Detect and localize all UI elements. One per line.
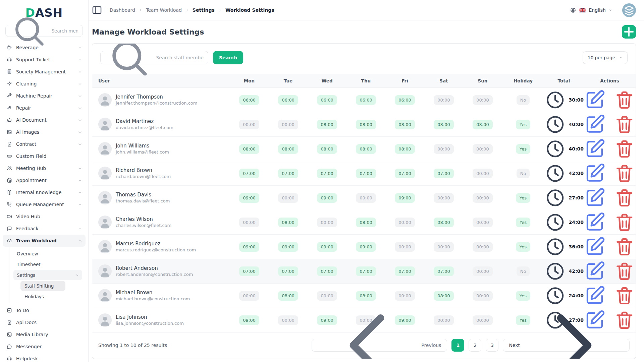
page-button-1[interactable]: 1 <box>451 339 464 352</box>
machine-repair-icon <box>6 93 12 99</box>
language-selector[interactable]: English <box>570 7 613 13</box>
time-pill: 08:00 <box>356 120 376 129</box>
breadcrumb-settings[interactable]: Settings <box>193 7 215 13</box>
breadcrumb-workload-settings[interactable]: Workload Settings <box>225 7 274 13</box>
edit-button[interactable] <box>584 88 606 111</box>
sidebar-item-team-workload[interactable]: Team Workload <box>3 235 86 247</box>
sidebar-item-internal-knowledge[interactable]: Internal Knowledge <box>3 186 86 198</box>
actions-cell <box>584 260 636 283</box>
delete-button[interactable] <box>613 137 636 160</box>
sidebar-item-appointment[interactable]: Appointment <box>3 174 86 186</box>
sidebar-search-input[interactable] <box>51 28 79 34</box>
time-pill: 07:00 <box>395 266 415 276</box>
repair-icon <box>6 105 12 111</box>
next-page-button[interactable]: Next <box>503 339 630 352</box>
holiday-badge: No <box>517 95 530 105</box>
sidebar-subitem-staff-shifting[interactable]: Staff Shifting <box>20 281 65 291</box>
delete-button[interactable] <box>613 113 636 136</box>
sidebar-item-repair[interactable]: Repair <box>3 102 86 114</box>
delete-button[interactable] <box>613 211 636 234</box>
user-cell: Robert Andersonrobert.anderson@construct… <box>92 264 230 278</box>
column-header-tue: Tue <box>269 78 308 83</box>
delete-button[interactable] <box>613 186 636 209</box>
sidebar-item-api-docs[interactable]: Api Docs <box>3 316 86 328</box>
staff-search-input[interactable] <box>156 55 204 60</box>
user-cell: Richard Brownrichard.brown@fleet.com <box>92 167 230 180</box>
add-button[interactable] <box>622 25 636 39</box>
table-row: David Martinezdavid.martinez@fleet.com00… <box>92 112 636 137</box>
day-cell: 00:00 <box>463 169 502 178</box>
time-pill: 09:00 <box>356 242 376 252</box>
edit-button[interactable] <box>584 186 606 209</box>
user-avatar[interactable] <box>622 3 636 17</box>
breadcrumb-team-workload[interactable]: Team Workload <box>146 7 182 13</box>
day-cell: 06:00 <box>346 95 385 105</box>
clock-icon <box>544 260 566 282</box>
edit-button[interactable] <box>584 162 606 185</box>
sidebar-item-machine-repair[interactable]: Machine Repair <box>3 90 86 102</box>
sidebar-toggle-button[interactable] <box>91 4 103 16</box>
time-pill: 08:00 <box>473 120 492 129</box>
meeting-hub-icon <box>6 165 12 171</box>
sidebar-item-society-management[interactable]: Society Management <box>3 66 86 78</box>
per-page-select[interactable]: 10 per page <box>583 51 628 64</box>
sidebar-item-messenger[interactable]: Messenger <box>3 341 86 353</box>
delete-button[interactable] <box>613 88 636 111</box>
time-pill: 06:00 <box>395 95 415 105</box>
edit-button[interactable] <box>584 260 606 283</box>
sidebar-item-queue-management[interactable]: Queue Management <box>3 198 86 210</box>
sidebar-item-to-do[interactable]: To Do <box>3 304 86 316</box>
sidebar-item-meeting-hub[interactable]: Meeting Hub <box>3 162 86 174</box>
edit-button[interactable] <box>584 211 606 234</box>
time-pill: 00:00 <box>473 218 492 227</box>
day-cell: 08:00 <box>424 291 463 301</box>
edit-button[interactable] <box>584 113 606 136</box>
user-cell: Charles Wilsoncharles.wilson@fleet.com <box>92 216 230 229</box>
chevron-down-icon <box>78 202 82 207</box>
breadcrumb-dashboard[interactable]: Dashboard <box>110 7 135 13</box>
sidebar-search[interactable] <box>5 25 83 37</box>
sidebar-item-helpdesk[interactable]: Helpdesk <box>3 353 86 362</box>
edit-button[interactable] <box>584 235 606 258</box>
day-cell: 00:00 <box>424 193 463 203</box>
staff-search[interactable] <box>100 51 208 64</box>
time-pill: 00:00 <box>434 144 453 154</box>
helpdesk-icon <box>6 356 12 362</box>
time-pill: 09:00 <box>278 242 298 252</box>
day-cell: 07:00 <box>308 169 346 178</box>
sidebar-subitem-holidays[interactable]: Holidays <box>20 292 65 302</box>
day-cell: 00:00 <box>424 315 463 325</box>
sidebar-item-custom-field[interactable]: Custom Field <box>3 150 86 162</box>
sidebar-item-ai-document[interactable]: AI Document <box>3 114 86 126</box>
sidebar-item-support-ticket[interactable]: Support Ticket <box>3 54 86 66</box>
user-name: Michael Brown <box>116 289 190 296</box>
time-pill: 00:00 <box>278 120 298 129</box>
user-info: Robert Andersonrobert.anderson@construct… <box>116 265 193 278</box>
sidebar-subitem-settings[interactable]: Settings <box>13 270 82 280</box>
sidebar-item-contract[interactable]: Contract <box>3 138 86 150</box>
table-row: Robert Andersonrobert.anderson@construct… <box>92 259 636 284</box>
search-button[interactable]: Search <box>213 51 243 64</box>
delete-button[interactable] <box>613 235 636 258</box>
delete-button[interactable] <box>613 162 636 185</box>
time-pill: 00:00 <box>434 193 453 203</box>
user-info: Charles Wilsoncharles.wilson@fleet.com <box>116 216 171 229</box>
page-button-3[interactable]: 3 <box>486 339 498 352</box>
page-button-2[interactable]: 2 <box>469 339 481 352</box>
sidebar-item-video-hub[interactable]: Video Hub <box>3 210 86 223</box>
sidebar-subitem-timesheet[interactable]: Timesheet <box>13 259 82 269</box>
delete-button[interactable] <box>613 260 636 283</box>
sidebar-item-cleaning[interactable]: Cleaning <box>3 78 86 90</box>
edit-button[interactable] <box>584 137 606 160</box>
time-pill: 00:00 <box>473 266 492 276</box>
holiday-cell: Yes <box>502 218 544 227</box>
sidebar-item-media-library[interactable]: Media Library <box>3 328 86 341</box>
previous-page-button[interactable]: Previous <box>312 339 447 352</box>
total-cell: 30:00 <box>544 89 584 111</box>
time-pill: 07:00 <box>317 169 337 178</box>
time-pill: 06:00 <box>356 95 376 105</box>
sidebar-subitem-overview[interactable]: Overview <box>13 248 82 259</box>
time-pill: 00:00 <box>395 242 415 252</box>
sidebar-item-feedback[interactable]: Feedback <box>3 223 86 235</box>
sidebar-item-ai-images[interactable]: AI Images <box>3 126 86 138</box>
